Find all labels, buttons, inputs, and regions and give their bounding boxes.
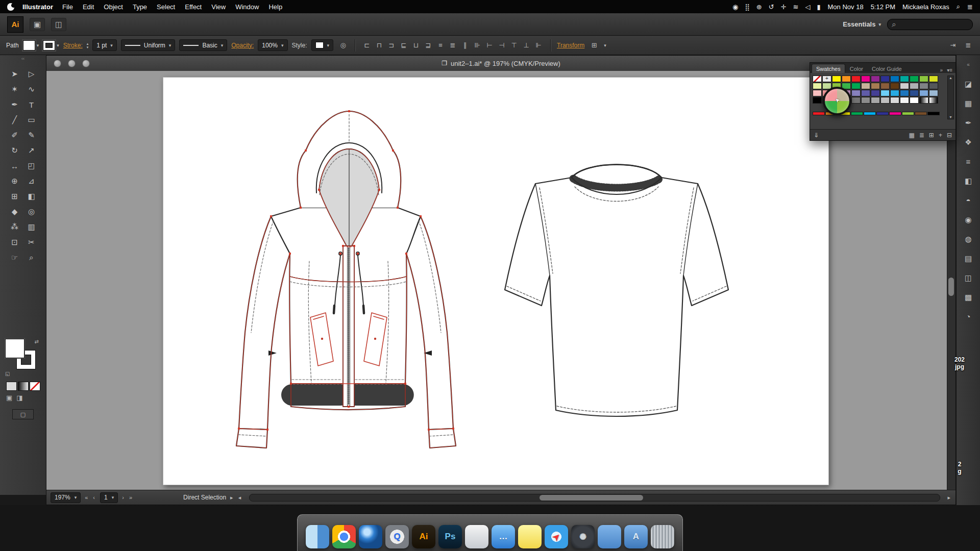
align-left-icon[interactable]: ⊏	[361, 40, 373, 51]
swatch-color[interactable]	[871, 83, 880, 89]
swatch-none[interactable]	[813, 76, 822, 82]
swatch-gradient-chip[interactable]	[876, 112, 889, 115]
swatch-color[interactable]	[813, 83, 822, 89]
next-artboard-button[interactable]: ›	[122, 494, 125, 500]
transparency-panel-icon[interactable]: ◓	[961, 194, 976, 207]
zoom-tool[interactable]: ⌕	[23, 250, 40, 265]
opacity-panel-link[interactable]: Opacity:	[231, 42, 254, 49]
symbol-sprayer-tool[interactable]: ⁂	[6, 219, 23, 235]
swatch-color[interactable]	[861, 97, 870, 104]
control-bar-menu-icon[interactable]: ≣	[963, 40, 974, 51]
pathfinder-panel-icon[interactable]: ◔	[961, 310, 976, 323]
dock-downloads-folder-icon[interactable]	[598, 525, 621, 548]
chevron-down-icon[interactable]: ▾	[327, 43, 330, 48]
swatch-libraries-icon[interactable]: ⇓	[814, 132, 819, 139]
stroke-control[interactable]: ▾	[43, 40, 59, 51]
swatch-color[interactable]	[851, 97, 861, 104]
magic-wand-tool[interactable]: ✶	[6, 82, 23, 97]
previous-artboard-button[interactable]: ‹	[93, 494, 96, 500]
free-transform-tool[interactable]: ◰	[23, 158, 40, 173]
swatch-color[interactable]	[919, 83, 928, 89]
dock-finder-icon[interactable]	[306, 525, 329, 548]
swatch-options-icon[interactable]: ≣	[919, 132, 924, 139]
gradient-tool[interactable]: ◧	[23, 189, 40, 204]
swatch-color[interactable]	[910, 97, 919, 104]
dock-applications-folder-icon[interactable]: A	[624, 525, 648, 548]
menu-type[interactable]: Type	[133, 3, 147, 11]
new-swatch-icon[interactable]: +	[939, 132, 942, 139]
vertical-scrollbar-thumb[interactable]	[948, 278, 954, 296]
spotlight-icon[interactable]: ⌕	[957, 3, 960, 11]
menubar-clock[interactable]: 5:12 PM	[871, 3, 895, 11]
default-fill-stroke-icon[interactable]: ◱	[5, 371, 10, 377]
horizontal-scrollbar[interactable]	[249, 494, 940, 502]
zoom-button[interactable]	[82, 60, 90, 67]
swatch-gradient-chip[interactable]	[889, 112, 901, 115]
menu-file[interactable]: File	[62, 3, 73, 11]
swatch-color[interactable]	[890, 83, 899, 89]
swatch-color[interactable]	[842, 76, 851, 82]
swatch-gradient[interactable]	[919, 97, 928, 104]
show-swatch-kinds-icon[interactable]: ▦	[909, 132, 914, 139]
menu-view[interactable]: View	[211, 3, 226, 11]
distribute-h-center-icon[interactable]: ⊢	[484, 40, 495, 51]
dock-utility-icon[interactable]: ✺	[571, 525, 595, 548]
appearance-panel-icon[interactable]: ◉	[961, 213, 976, 226]
swatch-gradient-chip[interactable]	[915, 112, 927, 115]
shape-builder-tool[interactable]: ⊕	[6, 173, 23, 189]
rectangle-tool[interactable]: ▭	[23, 112, 40, 128]
distribute-top-icon[interactable]: ≡	[435, 40, 446, 51]
align-right-icon[interactable]: ⊐	[386, 40, 397, 51]
swatch-color[interactable]	[900, 97, 909, 104]
eq-meter-icon[interactable]: ⣿	[745, 3, 750, 11]
mesh-tool[interactable]: ⊞	[6, 189, 23, 204]
direct-selection-tool[interactable]: ▷	[23, 66, 40, 82]
type-tool[interactable]: T	[23, 97, 40, 112]
swatch-color[interactable]	[813, 90, 822, 96]
panel-menu-icon[interactable]: ▾≡	[947, 67, 952, 73]
airplay-icon[interactable]: ✛	[781, 3, 787, 11]
stroke-swatch[interactable]	[43, 40, 55, 51]
recolor-artwork-icon[interactable]: ◎	[337, 40, 349, 51]
tab-color[interactable]: Color	[846, 64, 867, 73]
swatch-color[interactable]	[929, 90, 938, 96]
screen-mode-button[interactable]: ▢	[12, 409, 34, 419]
dock-messages-icon[interactable]: …	[492, 525, 515, 548]
dock-preview-icon[interactable]	[465, 525, 488, 548]
align-top-icon[interactable]: ⊑	[398, 40, 409, 51]
swatch-gradient-chip[interactable]	[927, 112, 940, 115]
swatch-gradient-chip[interactable]	[851, 112, 863, 115]
swatch-color[interactable]	[919, 90, 928, 96]
go-to-bridge-icon[interactable]: ▣	[30, 18, 45, 31]
universal-access-icon[interactable]: ⊕	[756, 3, 762, 11]
scroll-right-arrow[interactable]: ▸	[947, 494, 951, 501]
gradient-panel-icon[interactable]: ◧	[961, 174, 976, 187]
swatch-color[interactable]	[813, 97, 822, 104]
menu-window[interactable]: Window	[235, 3, 259, 11]
swatches-panel-icon[interactable]: ▦	[961, 97, 976, 110]
align-bottom-icon[interactable]: ⊒	[423, 40, 434, 51]
tab-swatches[interactable]: Swatches	[812, 64, 845, 73]
collapse-panel-icon[interactable]: »	[940, 67, 943, 73]
paintbrush-tool[interactable]: ✐	[6, 128, 23, 143]
menu-edit[interactable]: Edit	[83, 3, 94, 11]
transform-panel-icon[interactable]: ⊞	[589, 40, 600, 51]
minimize-button[interactable]	[68, 60, 76, 67]
stroke-profile-dropdown[interactable]: Uniform ▾	[121, 39, 176, 51]
pathfinder-icon[interactable]: ⊩	[533, 40, 544, 51]
swatch-color[interactable]	[880, 76, 890, 82]
swatch-color[interactable]	[871, 90, 880, 96]
artwork-canvas[interactable]	[163, 78, 829, 486]
dock-illustrator-icon[interactable]: Ai	[412, 525, 435, 548]
battery-icon[interactable]: ▮	[817, 3, 820, 11]
dock-trash-icon[interactable]	[651, 525, 674, 548]
stroke-weight-field[interactable]: 1 pt ▾	[92, 39, 117, 51]
blend-tool[interactable]: ◎	[23, 204, 40, 219]
draw-behind-icon[interactable]: ◨	[16, 394, 22, 402]
artboard[interactable]	[163, 77, 829, 485]
swatch-color[interactable]	[880, 90, 890, 96]
swatch-gradient-chip[interactable]	[902, 112, 914, 115]
fill-swatch[interactable]	[23, 40, 35, 51]
menubar-date[interactable]: Mon Nov 18	[828, 3, 864, 11]
menu-object[interactable]: Object	[104, 3, 123, 11]
